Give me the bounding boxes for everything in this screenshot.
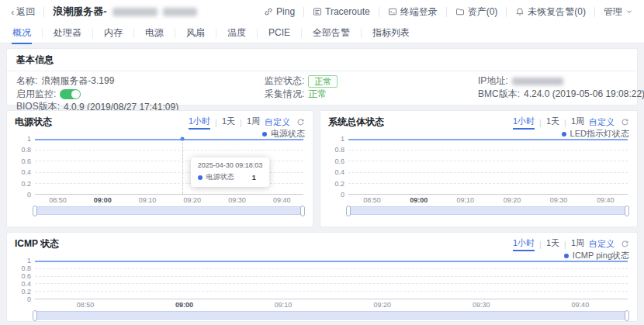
monitor-status-field: 监控状态: 正常 — [265, 75, 478, 87]
time-range-picker: 1小时 | 1天 | 1周 自定义 — [513, 116, 629, 130]
legend-dot — [564, 254, 569, 258]
brush-handle-right[interactable] — [625, 310, 629, 321]
icmp-status-chart-card: ICMP 状态 1小时 | 1天 | 1周 自定义 ICMP ping状态 1 … — [6, 232, 638, 322]
assets-label: 资产(0) — [468, 5, 498, 19]
brush-handle-left[interactable] — [346, 206, 351, 216]
back-chevron-icon: ‹ — [11, 6, 14, 18]
back-label: 返回 — [16, 5, 35, 19]
time-range-picker: 1小时 | 1天 | 1周 自定义 — [513, 237, 629, 251]
back-button[interactable]: ‹ 返回 — [11, 5, 35, 19]
brush-handle-left[interactable] — [33, 310, 37, 321]
divider — [379, 7, 379, 17]
system-status-plot[interactable]: 1 0.8 0.6 0.4 0.2 0 — [348, 139, 628, 195]
divider — [446, 7, 447, 17]
redacted-ip-blob — [512, 78, 563, 85]
range-1h[interactable]: 1小时 — [189, 116, 210, 130]
datazoom-brush[interactable] — [34, 311, 628, 320]
ip-field: IP地址: — [478, 75, 644, 87]
chart-title: ICMP 状态 — [15, 237, 59, 251]
chart-title: 电源状态 — [15, 116, 52, 129]
topbar-actions: Ping Traceroute 终端登录 资产(0) — [264, 5, 633, 19]
tab-bar: 概况 处理器 内存 电源 风扇 温度 PCIE 全部告警 指标列表 — [0, 23, 644, 43]
icmp-status-plot[interactable]: 1 0.8 0.6 0.4 0.2 0 — [35, 261, 628, 299]
ping-label: Ping — [276, 6, 295, 17]
power-status-chart-card: 电源状态 1小时 | 1天 | 1周 自定义 电源状态 1 — [6, 110, 313, 227]
hover-point-marker — [181, 137, 185, 141]
route-icon — [313, 7, 322, 16]
range-1h[interactable]: 1小时 — [513, 116, 535, 130]
chart-title: 系统总体状态 — [328, 116, 384, 129]
content: 基本信息 名称: 浪潮服务器-3.199 启用监控: BIOS版本: 4.0.9… — [0, 43, 644, 322]
tab-fan[interactable]: 风扇 — [175, 23, 216, 43]
tab-metric-list[interactable]: 指标列表 — [362, 23, 421, 43]
legend-dot — [262, 132, 267, 137]
chart-legend[interactable]: LED指示灯状态 — [328, 129, 629, 139]
range-1h[interactable]: 1小时 — [513, 237, 535, 251]
refresh-icon[interactable] — [296, 118, 305, 126]
divider — [43, 7, 44, 17]
power-status-plot[interactable]: 1 0.8 0.6 0.4 0.2 0 2025-04-30 09:18:03 — [35, 139, 303, 195]
folder-icon — [455, 7, 465, 16]
topbar: ‹ 返回 浪潮服务器- Ping Traceroute 终端登录 — [0, 0, 644, 23]
status-badge: 正常 — [308, 75, 338, 88]
tab-processor[interactable]: 处理器 — [43, 23, 92, 43]
divider — [594, 7, 595, 17]
link-icon — [264, 7, 273, 16]
range-1d[interactable]: 1天 — [546, 116, 559, 130]
divider — [506, 7, 507, 17]
assets-button[interactable]: 资产(0) — [455, 5, 498, 19]
refresh-icon[interactable] — [621, 118, 629, 126]
page-title: 浪潮服务器- — [53, 5, 106, 19]
range-1w[interactable]: 1周 — [247, 116, 260, 130]
series-line — [348, 139, 628, 140]
range-1d[interactable]: 1天 — [222, 116, 235, 130]
refresh-icon[interactable] — [621, 240, 629, 248]
chart-legend[interactable]: 电源状态 — [15, 129, 305, 139]
chart-legend[interactable]: ICMP ping状态 — [15, 251, 629, 261]
range-custom[interactable]: 自定义 — [589, 238, 615, 250]
charts-row: 电源状态 1小时 | 1天 | 1周 自定义 电源状态 1 — [6, 110, 638, 227]
tab-power[interactable]: 电源 — [134, 23, 175, 43]
redacted-title-blob — [163, 8, 197, 16]
basic-info-body: 名称: 浪潮服务器-3.199 启用监控: BIOS版本: 4.0.9 (201… — [7, 71, 637, 116]
brush-handle-left[interactable] — [33, 206, 37, 216]
info-col-2: 监控状态: 正常 采集情况: 正常 — [265, 75, 478, 112]
manage-menu[interactable]: 管理 — [604, 5, 633, 19]
ping-button[interactable]: Ping — [264, 6, 295, 17]
legend-dot — [562, 132, 566, 137]
range-custom[interactable]: 自定义 — [265, 116, 290, 128]
tab-overview[interactable]: 概况 — [2, 23, 42, 43]
chevron-down-icon — [625, 8, 633, 16]
system-status-chart-card: 系统总体状态 1小时 | 1天 | 1周 自定义 LED指示灯状态 — [320, 110, 638, 227]
range-custom[interactable]: 自定义 — [589, 116, 615, 128]
tab-pcie[interactable]: PCIE — [258, 23, 301, 43]
traceroute-button[interactable]: Traceroute — [313, 6, 370, 17]
terminal-login-label: 终端登录 — [400, 5, 438, 19]
redacted-title-blob — [113, 8, 158, 16]
range-1w[interactable]: 1周 — [571, 237, 584, 251]
tab-memory[interactable]: 内存 — [93, 23, 133, 43]
divider — [303, 7, 304, 17]
datazoom-brush[interactable] — [348, 206, 628, 215]
datazoom-brush[interactable] — [34, 206, 303, 215]
series-line — [35, 261, 628, 262]
bmc-field: BMC版本: 4.24.0 (2019-05-06 19:08:22) — [478, 87, 644, 101]
manage-label: 管理 — [604, 5, 622, 19]
hover-crosshair — [182, 139, 183, 194]
info-col-1: 名称: 浪潮服务器-3.199 启用监控: BIOS版本: 4.0.9 (201… — [16, 75, 265, 112]
monitor-toggle[interactable] — [60, 89, 81, 99]
monitor-toggle-field: 启用监控: — [16, 87, 265, 101]
tab-all-alarms[interactable]: 全部告警 — [302, 23, 361, 43]
tooltip-series-dot — [198, 175, 203, 180]
tab-temperature[interactable]: 温度 — [216, 23, 257, 43]
range-1w[interactable]: 1周 — [571, 116, 584, 130]
basic-info-card: 基本信息 名称: 浪潮服务器-3.199 启用监控: BIOS版本: 4.0.9… — [6, 48, 638, 105]
series-line — [35, 139, 303, 140]
brush-handle-right[interactable] — [300, 206, 305, 216]
terminal-login-button[interactable]: 终端登录 — [388, 5, 438, 19]
alarms-label: 未恢复告警(0) — [528, 5, 586, 19]
brush-handle-right[interactable] — [625, 206, 629, 216]
alarms-button[interactable]: 未恢复告警(0) — [515, 5, 586, 19]
time-range-picker: 1小时 | 1天 | 1周 自定义 — [189, 116, 305, 130]
range-1d[interactable]: 1天 — [546, 237, 559, 251]
